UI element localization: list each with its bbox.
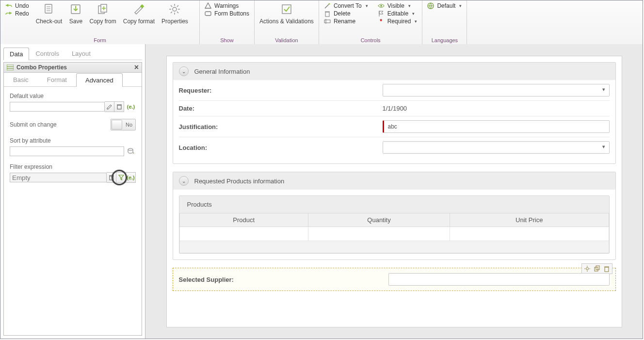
justification-input[interactable]: abc bbox=[383, 120, 610, 133]
svg-line-16 bbox=[171, 12, 172, 13]
toggle-value: No bbox=[123, 122, 135, 128]
editable-label: Editable bbox=[387, 10, 408, 17]
subtab-format[interactable]: Format bbox=[38, 73, 76, 86]
col-quantity: Quantity bbox=[308, 213, 450, 227]
left-panel: Data Controls Layout Combo Properties × … bbox=[0, 44, 145, 339]
combo-properties-panel: Combo Properties × Basic Format Advanced… bbox=[3, 62, 142, 336]
close-icon[interactable]: × bbox=[134, 64, 139, 71]
expression-icon: (e.) bbox=[127, 104, 135, 110]
svg-point-32 bbox=[128, 148, 133, 150]
svg-rect-20 bbox=[325, 12, 329, 16]
convert-to-label: Convert To bbox=[334, 2, 362, 9]
copy-from-label: Copy from bbox=[89, 18, 116, 25]
db-plus-icon: + bbox=[128, 148, 134, 155]
form-surface: ⌄ General Information Requester: Date: 1… bbox=[166, 56, 622, 327]
sort-by-attribute-picker-button[interactable]: + bbox=[126, 146, 136, 157]
form-buttons-icon bbox=[205, 10, 211, 17]
redo-button[interactable]: Redo bbox=[5, 10, 29, 17]
copy-from-icon bbox=[96, 2, 110, 16]
svg-line-14 bbox=[177, 12, 178, 13]
wand-icon bbox=[324, 2, 331, 9]
required-button[interactable]: * Required▾ bbox=[378, 18, 418, 25]
combo-icon bbox=[7, 65, 14, 70]
svg-point-36 bbox=[586, 268, 588, 270]
svg-line-13 bbox=[171, 5, 172, 7]
convert-to-button[interactable]: Convert To▾ bbox=[324, 2, 368, 9]
sort-by-attribute-input[interactable] bbox=[10, 146, 124, 156]
checkout-button[interactable]: Check-out bbox=[36, 2, 63, 25]
application-window: Undo Redo Check-out bbox=[0, 0, 643, 339]
copy-format-icon bbox=[132, 2, 145, 16]
svg-rect-22 bbox=[324, 20, 330, 23]
copy-from-button[interactable]: Copy from bbox=[89, 2, 116, 25]
subtab-advanced[interactable]: Advanced bbox=[76, 73, 123, 87]
save-button[interactable]: Save bbox=[69, 2, 82, 25]
control-delete-button[interactable] bbox=[602, 265, 611, 273]
default-value-label: Default value bbox=[10, 93, 136, 99]
workspace: Data Controls Layout Combo Properties × … bbox=[0, 44, 643, 339]
tab-controls[interactable]: Controls bbox=[29, 47, 65, 60]
filter-expression-filter-button[interactable] bbox=[116, 172, 126, 183]
warning-icon bbox=[205, 2, 211, 9]
copy-format-button[interactable]: Copy format bbox=[123, 2, 155, 25]
requester-dropdown[interactable] bbox=[383, 84, 610, 97]
control-copy-button[interactable] bbox=[593, 265, 601, 273]
pencil-icon bbox=[107, 104, 113, 110]
properties-label: Properties bbox=[161, 18, 188, 25]
filter-expression-delete-button[interactable] bbox=[107, 172, 116, 183]
ribbon-group-controls-title: Controls bbox=[324, 36, 418, 43]
filter-expression-input[interactable] bbox=[10, 173, 107, 182]
actions-validations-button[interactable]: Actions & Validations bbox=[259, 2, 314, 25]
rename-label: Rename bbox=[334, 18, 355, 25]
selected-supplier-input[interactable] bbox=[388, 273, 610, 286]
redo-icon bbox=[5, 10, 12, 17]
col-product: Product bbox=[179, 213, 308, 227]
rename-button[interactable]: Rename bbox=[324, 18, 368, 25]
section-title-products: Requested Products information bbox=[194, 178, 285, 185]
submit-on-change-toggle[interactable]: No bbox=[111, 119, 136, 130]
default-value-input[interactable] bbox=[10, 102, 105, 112]
undo-icon bbox=[5, 2, 12, 9]
collapse-toggle-products[interactable]: ⌄ bbox=[179, 176, 189, 186]
svg-point-8 bbox=[173, 7, 177, 11]
checkout-icon bbox=[42, 2, 56, 16]
svg-rect-43 bbox=[605, 267, 609, 272]
tab-data[interactable]: Data bbox=[3, 48, 29, 60]
section-header-general: ⌄ General Information bbox=[173, 63, 615, 80]
default-value-delete-button[interactable] bbox=[114, 101, 124, 112]
col-unit-price: Unit Price bbox=[450, 213, 609, 227]
ribbon-group-form: Undo Redo Check-out bbox=[0, 0, 200, 44]
default-value-expression-button[interactable]: (e.) bbox=[126, 101, 136, 112]
section-requested-products: ⌄ Requested Products information Product… bbox=[173, 172, 616, 260]
form-buttons-button[interactable]: Form Buttons bbox=[205, 10, 249, 17]
ribbon-group-languages: Default▾ Languages bbox=[422, 0, 467, 44]
svg-rect-30 bbox=[117, 105, 121, 109]
table-row[interactable] bbox=[179, 227, 609, 241]
tab-layout[interactable]: Layout bbox=[65, 47, 97, 60]
properties-button[interactable]: Properties bbox=[161, 2, 188, 25]
sort-by-attribute-label: Sort by attribute bbox=[10, 137, 136, 144]
selected-supplier-control[interactable]: Selected Supplier: bbox=[173, 268, 616, 291]
selected-supplier-label: Selected Supplier: bbox=[179, 276, 383, 283]
warnings-label: Warnings bbox=[214, 2, 239, 9]
default-value-edit-button[interactable] bbox=[105, 101, 114, 112]
filter-expression-expression-button[interactable]: (e.) bbox=[126, 172, 136, 183]
products-table: Product Quantity Unit Price bbox=[179, 213, 609, 253]
location-dropdown[interactable] bbox=[383, 141, 610, 154]
control-settings-button[interactable] bbox=[583, 265, 592, 273]
subtab-basic[interactable]: Basic bbox=[4, 73, 38, 86]
language-default-button[interactable]: Default▾ bbox=[427, 2, 462, 9]
ribbon-group-form-title: Form bbox=[5, 36, 194, 43]
date-label: Date: bbox=[179, 105, 383, 112]
visible-button[interactable]: Visible▾ bbox=[378, 2, 418, 9]
collapse-toggle-general[interactable]: ⌄ bbox=[179, 66, 189, 76]
editable-button[interactable]: Editable▾ bbox=[378, 10, 418, 17]
eye-icon bbox=[378, 2, 385, 9]
language-default-label: Default bbox=[437, 2, 455, 9]
svg-point-24 bbox=[380, 5, 382, 7]
delete-button[interactable]: Delete bbox=[324, 10, 368, 17]
checkout-label: Check-out bbox=[36, 18, 63, 25]
warnings-button[interactable]: Warnings bbox=[205, 2, 249, 9]
section-header-products: ⌄ Requested Products information bbox=[173, 172, 615, 190]
undo-button[interactable]: Undo bbox=[5, 2, 29, 9]
